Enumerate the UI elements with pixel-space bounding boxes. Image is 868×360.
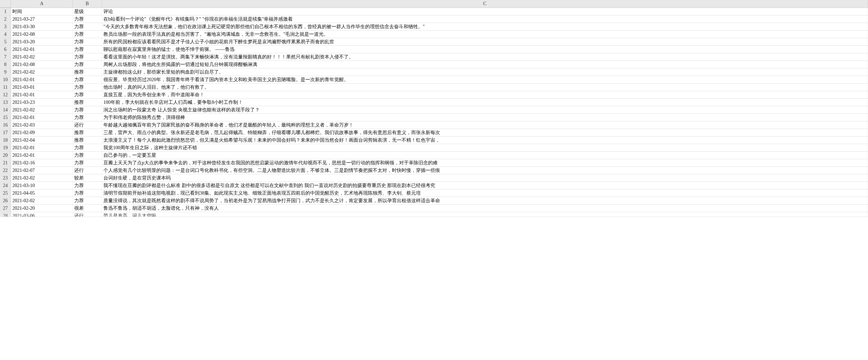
cell-time[interactable]: 2021-02-08 [11, 61, 73, 68]
cell-rating[interactable]: 很差 [73, 205, 102, 212]
cell-time[interactable]: 2021-02-01 [11, 114, 73, 121]
cell-rating[interactable]: 力荐 [73, 159, 102, 166]
row-header[interactable]: 2 [0, 15, 11, 23]
row-header[interactable]: 12 [0, 91, 11, 98]
cell-time[interactable]: 2021-03-30 [11, 23, 73, 30]
cell-time[interactable]: 2021-03-20 [11, 38, 73, 45]
row-header[interactable]: 17 [0, 129, 11, 136]
cell-comment[interactable]: 很应景。毕竟经历过2020年，我国青年终于看清了国内资本主义和欧美帝国主义的丑陋… [102, 76, 868, 83]
cell-time[interactable]: 2021-03-10 [11, 182, 73, 189]
cell-rating[interactable]: 力荐 [73, 46, 102, 53]
row-header[interactable]: 25 [0, 189, 11, 197]
cell-comment[interactable]: 主旋律都拍这么好，那些家长里短的狗血剧可以自尽了。 [102, 68, 868, 76]
cell-rating[interactable]: 力荐 [73, 144, 102, 151]
row-header[interactable]: 4 [0, 31, 11, 38]
cell-comment[interactable]: "今天的大多数青年根本无法想象，他们在政治课上死记硬背的那些他们自己根本不相信的… [102, 23, 868, 30]
select-all-corner[interactable] [0, 0, 11, 8]
column-header-b[interactable]: B [73, 0, 102, 8]
cell-comment[interactable]: 个人感觉有几个比较明显的问题：一是台词口号化教科书化，有些空洞。二是人物塑造比较… [102, 167, 868, 174]
cell-rating[interactable]: 还行 [73, 121, 102, 129]
row-header[interactable]: 11 [0, 84, 11, 91]
cell-rating[interactable]: 力荐 [73, 53, 102, 61]
cell-comment[interactable]: 周树人出场那段，将他此生所揭露的一切通过短短几分钟展现得酣畅淋漓 [102, 61, 868, 68]
row-header[interactable]: 10 [0, 76, 11, 83]
row-header[interactable]: 27 [0, 205, 11, 212]
cell-rating[interactable]: 力荐 [73, 91, 102, 98]
row-header[interactable]: 16 [0, 121, 11, 129]
cell-rating[interactable]: 还行 [73, 167, 102, 174]
row-header[interactable]: 22 [0, 167, 11, 174]
cell-time[interactable]: 2021-02-01 [11, 76, 73, 83]
cell-comment[interactable]: 质量没得说，其次就是既然看这样的剧不得不说局势了，当初老外是为了贸易用战争打开国… [102, 197, 868, 204]
cell-time[interactable]: 2021-02-01 [11, 152, 73, 159]
cell-comment[interactable]: 评论 [102, 8, 868, 15]
cell-time[interactable]: 2021-02-01 [11, 46, 73, 53]
cell-time[interactable]: 2021-02-02 [11, 68, 73, 76]
row-header[interactable]: 18 [0, 137, 11, 144]
row-header[interactable]: 21 [0, 159, 11, 166]
cell-comment[interactable]: 清明节假期前开始补追这部电视剧，现已看到38集。如此现实主义地、细致正面地表现五… [102, 189, 868, 197]
cell-comment[interactable]: 在b站看到一个评论"《觉醒年代》有续集吗？" "你现在的幸福生活就是续集"幸福并… [102, 15, 868, 23]
cell-rating[interactable]: 力荐 [73, 152, 102, 159]
cell-time[interactable]: 2021-02-07 [11, 167, 73, 174]
cell-time[interactable]: 2021-02-02 [11, 106, 73, 113]
cell-comment[interactable]: 范儿是真高，词儿太空啦。。 [102, 212, 868, 217]
cell-comment[interactable]: 为于和伟老师的陈独秀点赞，演得很棒 [102, 114, 868, 121]
cell-rating[interactable]: 力荐 [73, 38, 102, 45]
row-header[interactable]: 15 [0, 114, 11, 121]
cell-rating[interactable]: 力荐 [73, 114, 102, 121]
cell-rating[interactable]: 力荐 [73, 189, 102, 197]
cell-time[interactable]: 2021-02-08 [11, 31, 73, 38]
cell-rating[interactable]: 力荐 [73, 61, 102, 68]
cell-rating[interactable]: 推荐 [73, 68, 102, 76]
cell-time[interactable]: 2021-02-20 [11, 205, 73, 212]
cell-comment[interactable]: 鲁迅不鲁迅，胡适不胡适，太脸谱化，只有神，没有人 [102, 205, 868, 212]
cell-comment[interactable]: 太浪漫主义了！每个人都如此激烈愤怒悲切，但又满是火焰希望与乐观！未来的中国会好吗… [102, 137, 868, 144]
cell-rating[interactable]: 推荐 [73, 129, 102, 136]
cell-comment[interactable]: 三星，雷声大、雨点小的典型。张永新还是老毛病，范儿起得贼高、特能糊弄，仔细看哪儿… [102, 129, 868, 136]
cell-rating[interactable]: 还行 [73, 212, 102, 217]
cell-comment[interactable]: 我不懂现在豆瓣的剧评都是什么标准 剧中的很多话都是引自原文 这些都是可以在文献中… [102, 182, 868, 189]
row-header[interactable]: 28 [0, 212, 11, 217]
cell-rating[interactable]: 力荐 [73, 182, 102, 189]
cell-comment[interactable]: 他出场时，真的叫人泪目。他来了，他们有救了。 [102, 84, 868, 91]
column-header-c[interactable]: C [102, 0, 868, 8]
cell-rating[interactable]: 较差 [73, 174, 102, 182]
row-header[interactable]: 7 [0, 53, 11, 61]
cell-rating[interactable]: 力荐 [73, 84, 102, 91]
row-header[interactable]: 9 [0, 68, 11, 76]
cell-time[interactable]: 2021-02-09 [11, 129, 73, 136]
cell-comment[interactable]: 直接五星，因为先帝创业未半，而中道闹革命！ [102, 91, 868, 98]
cell-time[interactable]: 2021-02-02 [11, 53, 73, 61]
cell-comment[interactable]: 100年前，李大钊就在长辛店对工人们高喊，要争取8小时工作制！ [102, 99, 868, 106]
cell-time[interactable]: 2021-02-16 [11, 159, 73, 166]
spreadsheet-grid[interactable]: A B C 1时间星级评论22021-03-27力荐在b站看到一个评论"《觉醒年… [0, 0, 868, 217]
cell-comment[interactable]: 我党100周年生日之际，这种主旋律片还不错 [102, 144, 868, 151]
cell-time[interactable]: 2021-03-01 [11, 84, 73, 91]
cell-time[interactable]: 2021-02-03 [11, 121, 73, 129]
cell-rating[interactable]: 力荐 [73, 106, 102, 113]
cell-rating[interactable]: 力荐 [73, 15, 102, 23]
row-header[interactable]: 23 [0, 174, 11, 182]
cell-rating[interactable]: 力荐 [73, 23, 102, 30]
row-header[interactable]: 8 [0, 61, 11, 68]
cell-rating[interactable]: 推荐 [73, 99, 102, 106]
cell-rating[interactable]: 力荐 [73, 31, 102, 38]
cell-comment[interactable]: 年龄越大越倾佩百年前为了国家民族的奋不顾身的革命者，他们才是最酷的年轻人，最纯粹… [102, 121, 868, 129]
cell-rating[interactable]: 推荐 [73, 137, 102, 144]
cell-time[interactable]: 2021-03-06 [11, 212, 73, 217]
row-header[interactable]: 3 [0, 23, 11, 30]
row-header[interactable]: 20 [0, 152, 11, 159]
row-header[interactable]: 19 [0, 144, 11, 151]
cell-comment[interactable]: 豆瓣上天天为了点p大点的事争来争去的，对于这种曾经发生在我国的思想启蒙运动的激情… [102, 159, 868, 166]
cell-rating[interactable]: 星级 [73, 8, 102, 15]
cell-comment[interactable]: 所有的民国粉都应该看看民国不是才子佳人公子小姐的花前月下醉生梦死是哀鸿遍野饿殍累… [102, 38, 868, 45]
row-header[interactable]: 1 [0, 8, 11, 15]
cell-time[interactable]: 2021-03-23 [11, 99, 73, 106]
cell-time[interactable]: 2021-04-05 [11, 189, 73, 197]
row-header[interactable]: 5 [0, 38, 11, 45]
cell-comment[interactable]: 润之出场时的一段蒙太奇 让人惊觉 央视主旋律也能有这样的表现手段了？ [102, 106, 868, 113]
row-header[interactable]: 6 [0, 46, 11, 53]
cell-time[interactable]: 时间 [11, 8, 73, 15]
row-header[interactable]: 24 [0, 182, 11, 189]
